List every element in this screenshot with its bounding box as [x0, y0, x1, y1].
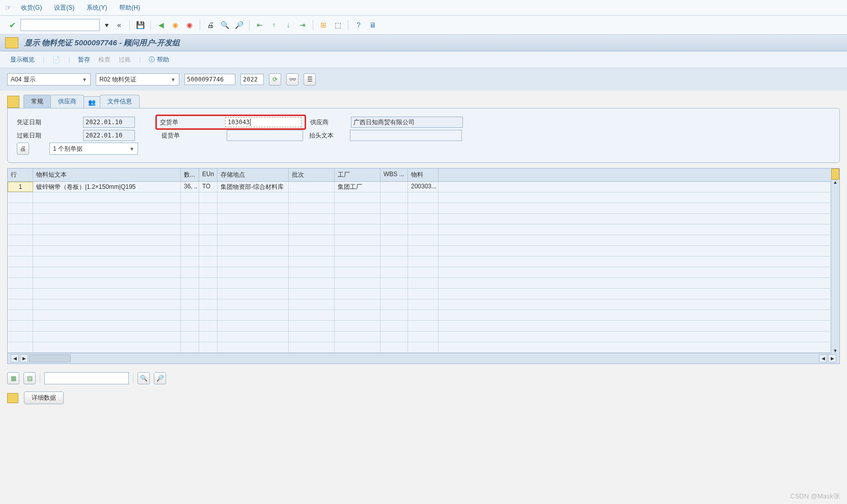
prev-page-icon[interactable]: ↑ [268, 19, 280, 31]
tab-partner[interactable]: 👥 [84, 96, 100, 108]
tab-vendor[interactable]: 供应商 [50, 95, 84, 108]
post-button: 过账 [119, 55, 131, 64]
print-toggle-icon[interactable]: 🖨 [17, 143, 29, 155]
table-row-empty [8, 342, 839, 353]
shortcut-icon[interactable]: ⬚ [332, 19, 344, 31]
scroll-left2-icon[interactable]: ◀ [819, 354, 827, 362]
scroll-right2-icon[interactable]: ▶ [828, 354, 836, 362]
find-next-item-icon[interactable]: 🔎 [154, 372, 166, 384]
ok-icon[interactable]: ✔ [6, 19, 18, 31]
col-material[interactable]: 物料 [408, 169, 439, 181]
table-row-empty [8, 267, 839, 278]
page-title: 显示 物料凭证 5000097746 - 顾问用户-开发组 [24, 38, 180, 48]
collapse-icon[interactable] [7, 96, 19, 108]
cell-rownum[interactable]: 1 [8, 182, 33, 192]
menu-system[interactable]: 系统(Y) [81, 2, 112, 14]
exit-icon[interactable]: ◉ [169, 19, 181, 31]
vscrollbar[interactable]: ▲▼ [831, 180, 839, 353]
doc-number-field[interactable]: 5000097746 [184, 74, 235, 85]
header-panel: 凭证日期 2022.01.10 交货单 103043 供应商 广西日知商贸有限公… [7, 108, 840, 163]
menu-settings[interactable]: 设置(S) [49, 2, 79, 14]
docdate-field[interactable]: 2022.01.10 [83, 117, 135, 128]
overview-icon[interactable]: 👓 [286, 73, 298, 86]
table-row-empty [8, 235, 839, 246]
print-icon[interactable]: 🖨 [204, 19, 216, 31]
check-button: 检查 [98, 55, 111, 64]
grid-header: 行 物料短文本 数... EUn 存储地点 批次 工厂 WBS ... 物料 [8, 169, 839, 182]
cell-eun: TO [199, 182, 217, 192]
reference-dropdown[interactable]: R02 物料凭证▼ [96, 73, 179, 86]
postdate-field[interactable]: 2022.01.10 [83, 130, 135, 141]
next-page-icon[interactable]: ↓ [282, 19, 294, 31]
new-doc-icon[interactable]: 📄 [52, 56, 60, 63]
col-sloc[interactable]: 存储地点 [217, 169, 289, 181]
find-icon[interactable]: 🔍 [218, 19, 231, 31]
cell-material: 200303... [408, 182, 439, 192]
detail-section: 详细数据 [7, 391, 840, 404]
scroll-down-icon[interactable]: ▼ [833, 348, 838, 353]
print-option-dropdown[interactable]: 1 个别单据▼ [49, 143, 138, 155]
postdate-label: 过账日期 [17, 131, 83, 140]
scroll-up-icon[interactable]: ▲ [833, 180, 838, 185]
col-shorttext[interactable]: 物料短文本 [33, 169, 181, 181]
show-overview[interactable]: 显示概览 [10, 55, 35, 64]
cancel-icon[interactable]: ◉ [183, 19, 196, 31]
scroll-left-icon[interactable]: ◀ [11, 354, 19, 362]
bottom-bar: ▦ ▤ 🔍 🔎 [0, 368, 847, 388]
find-next-icon[interactable]: 🔎 [233, 19, 245, 31]
tab-general[interactable]: 常规 [23, 95, 51, 108]
col-wbs[interactable]: WBS ... [380, 169, 408, 181]
delivery-note-highlight: 交货单 103043 [155, 115, 306, 130]
filter-input[interactable] [44, 372, 129, 384]
detail-button[interactable]: 详细数据 [24, 391, 64, 404]
select-all-icon[interactable]: ▦ [7, 372, 19, 384]
menu-receive[interactable]: 收货(G) [16, 2, 47, 14]
action-dropdown[interactable]: A04 显示▼ [7, 73, 91, 86]
help-button[interactable]: ⓘ 帮助 [149, 55, 169, 64]
new-session-icon[interactable]: ⊞ [317, 19, 330, 31]
col-batch[interactable]: 批次 [289, 169, 335, 181]
title-icon [5, 37, 18, 48]
save-icon[interactable]: 💾 [134, 19, 146, 31]
grid-config-icon[interactable] [831, 169, 839, 180]
delivnote-field[interactable]: 103043 [225, 117, 302, 127]
table-row-empty [8, 321, 839, 331]
history-back-icon[interactable]: « [113, 19, 125, 31]
table-row-empty [8, 257, 839, 267]
last-page-icon[interactable]: ⇥ [296, 19, 309, 31]
vendor-field: 广西日知商贸有限公司 [351, 117, 463, 128]
toolbar: ✔ ▾ « 💾 ◀ ◉ ◉ 🖨 🔍 🔎 ⇤ ↑ ↓ ⇥ ⊞ ⬚ ? 🖥 [0, 16, 847, 35]
dropdown-icon[interactable]: ▾ [102, 19, 111, 31]
col-eun[interactable]: EUn [199, 169, 217, 181]
table-row-empty [8, 214, 839, 225]
scroll-right-icon[interactable]: ▶ [20, 354, 28, 362]
col-plant[interactable]: 工厂 [335, 169, 380, 181]
tab-docinfo[interactable]: 文件信息 [100, 95, 140, 108]
col-qty[interactable]: 数... [181, 169, 199, 181]
back-icon[interactable]: ◀ [155, 19, 167, 31]
hscroll-track[interactable] [29, 354, 71, 362]
table-row[interactable]: 1 镀锌钢带（卷板）|1.2×150mm|Q195 36, .. TO 集团物资… [8, 182, 839, 192]
billoflading-field[interactable] [227, 130, 303, 141]
execute-icon[interactable]: ⟳ [269, 73, 281, 86]
menu-arrow-icon[interactable]: ☞ [5, 4, 12, 12]
first-page-icon[interactable]: ⇤ [254, 19, 266, 31]
headertext-field[interactable] [350, 130, 462, 141]
year-field[interactable]: 2022 [240, 74, 264, 85]
col-row[interactable]: 行 [8, 169, 33, 181]
list-icon[interactable]: ☰ [304, 73, 316, 86]
deselect-all-icon[interactable]: ▤ [23, 372, 36, 384]
command-field[interactable] [20, 19, 100, 31]
table-row-empty [8, 310, 839, 321]
table-row-empty [8, 203, 839, 214]
layout-icon[interactable]: 🖥 [367, 19, 379, 31]
help-icon[interactable]: ? [352, 19, 365, 31]
cell-shorttext: 镀锌钢带（卷板）|1.2×150mm|Q195 [33, 182, 181, 192]
detail-expand-icon[interactable] [7, 393, 18, 403]
item-grid: 行 物料短文本 数... EUn 存储地点 批次 工厂 WBS ... 物料 1… [7, 168, 840, 364]
table-row-empty [8, 192, 839, 203]
find-item-icon[interactable]: 🔍 [138, 372, 150, 384]
docdate-label: 凭证日期 [17, 118, 83, 127]
hold-button[interactable]: 暂存 [78, 55, 90, 64]
menu-help[interactable]: 帮助(H) [114, 2, 145, 14]
